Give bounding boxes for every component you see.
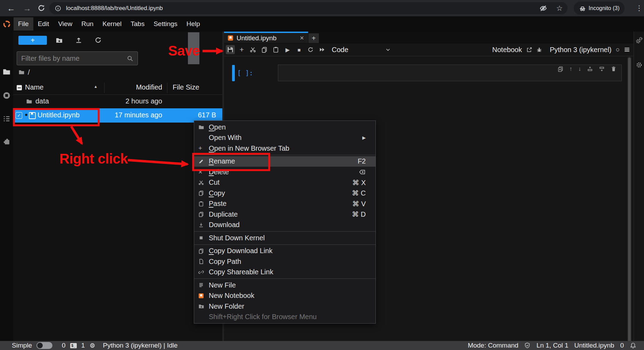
column-name[interactable]: Name (25, 83, 43, 91)
right-sidebar (634, 32, 644, 341)
refresh-button-icon[interactable] (94, 36, 102, 44)
browser-reload-icon[interactable] (38, 4, 45, 12)
menu-help[interactable]: Help (182, 17, 205, 31)
property-inspector-gears-icon[interactable] (635, 36, 643, 44)
context-menu-item-label: Copy (209, 189, 352, 197)
context-menu-item-copy[interactable]: Copy⌘ C (194, 188, 375, 199)
upload-button-icon[interactable] (75, 36, 82, 44)
breadcrumb-root[interactable]: / (28, 68, 30, 76)
context-menu-item-download[interactable]: Download (194, 220, 375, 231)
context-menu-item-new-file[interactable]: New File (194, 280, 375, 291)
paste-cells-button[interactable] (271, 45, 280, 54)
simple-mode-toggle[interactable] (36, 342, 52, 349)
context-menu-item-rename[interactable]: RenameF2 (194, 156, 375, 167)
move-cell-up-icon[interactable]: ↑ (569, 66, 572, 72)
filter-files-input[interactable]: Filter files by name (17, 51, 138, 65)
run-cell-button[interactable]: ▶ (283, 45, 292, 54)
browser-forward-icon[interactable]: → (23, 0, 31, 16)
new-folder-button-icon[interactable] (56, 37, 63, 44)
context-menu-item-new-folder[interactable]: New Folder (194, 301, 375, 312)
file-browser-tab-icon[interactable] (2, 68, 11, 76)
panel-splitter-handle[interactable] (188, 32, 199, 64)
context-menu-item-copy-download-link[interactable]: Copy Download Link (194, 246, 375, 257)
context-menu-item-duplicate[interactable]: Duplicate⌘ D (194, 209, 375, 220)
file-row-untitled-ipynb[interactable]: ✓ ● Untitled.ipynb 17 minutes ago 617 B (13, 108, 222, 123)
restart-kernel-button[interactable] (306, 45, 315, 54)
cut-cells-button[interactable] (248, 45, 257, 54)
notebook-scrollbar-thumb[interactable] (628, 58, 631, 350)
kernel-status-circle-icon[interactable]: ○ (616, 46, 620, 53)
site-info-icon[interactable] (55, 5, 61, 11)
save-button[interactable] (226, 45, 235, 54)
column-modified[interactable]: Modified (114, 83, 162, 91)
menu-settings[interactable]: Settings (149, 17, 182, 31)
context-menu-item-copy-shareable-link[interactable]: Copy Shareable Link (194, 267, 375, 278)
context-menu-item-copy-path[interactable]: Copy Path (194, 256, 375, 267)
status-bar: Simple 0 $_ 1 Python 3 (ipykernel) | Idl… (0, 341, 644, 350)
context-menu-item-open[interactable]: Open (194, 122, 375, 133)
file-list-header[interactable]: Name ▲ Modified File Size (13, 82, 222, 95)
breadcrumb[interactable]: / (18, 68, 30, 76)
duplicate-cell-icon[interactable] (558, 66, 563, 72)
menu-edit[interactable]: Edit (33, 17, 54, 31)
insert-cell-below-icon[interactable] (599, 66, 605, 72)
context-menu-item-open-with[interactable]: Open With▶ (194, 133, 375, 143)
context-menu-item-open-in-new-browser-tab[interactable]: +Open in New Browser Tab (194, 143, 375, 154)
menu-kernel[interactable]: Kernel (98, 17, 126, 31)
extensions-tab-icon[interactable] (2, 138, 11, 146)
context-menu-item-delete[interactable]: ×Delete (194, 167, 375, 177)
column-size[interactable]: File Size (173, 83, 199, 91)
context-menu-item-label: Shift+Right Click for Browser Menu (209, 313, 366, 321)
context-menu-item-shut-down-kernel[interactable]: Shut Down Kernel (194, 233, 375, 243)
notifications-count[interactable]: 0 (620, 342, 624, 349)
insert-cell-button[interactable]: + (237, 45, 246, 54)
password-eye-off-icon[interactable] (539, 5, 547, 12)
new-launcher-button[interactable]: + (18, 36, 47, 45)
address-bar[interactable]: localhost:8888/lab/tree/Untitled.ipynb ☆ (49, 2, 568, 14)
delete-cell-icon[interactable] (611, 66, 617, 72)
move-cell-down-icon[interactable]: ↓ (578, 66, 581, 72)
kernel-status-text[interactable]: Python 3 (ipykernel) | Idle (103, 342, 177, 349)
context-menu-separator (194, 244, 375, 245)
tab-untitled-ipynb[interactable]: Untitled.ipynb × (224, 32, 308, 43)
new-tab-button[interactable]: + (308, 33, 319, 43)
tab-close-icon[interactable]: × (300, 34, 308, 42)
context-menu-item-label: Copy Download Link (209, 247, 366, 255)
browser-menu-dots-icon[interactable]: ⋮ (636, 0, 643, 16)
cell-input-editor[interactable]: ↑ ↓ (278, 65, 622, 81)
external-link-icon (526, 47, 532, 53)
menu-file[interactable]: File (14, 17, 33, 31)
kernels-count[interactable]: 1 (81, 342, 85, 349)
kernel-name[interactable]: Python 3 (ipykernel) (550, 46, 612, 54)
terminals-count[interactable]: 0 (62, 342, 66, 349)
interrupt-kernel-button[interactable]: ■ (295, 45, 304, 54)
bookmark-star-icon[interactable]: ☆ (556, 5, 563, 12)
context-menu-item-new-notebook[interactable]: New Notebook (194, 291, 375, 301)
file-row-data[interactable]: data 2 hours ago (13, 94, 222, 108)
url-text[interactable]: localhost:8888/lab/tree/Untitled.ipynb (66, 5, 163, 12)
running-kernels-tab-icon[interactable] (2, 91, 11, 100)
browser-back-icon[interactable]: ← (7, 0, 15, 16)
restart-run-all-button[interactable] (317, 45, 327, 54)
kernel-running-dot: ● (25, 111, 28, 117)
insert-cell-above-icon[interactable] (587, 66, 593, 72)
menu-view[interactable]: View (53, 17, 77, 31)
copy-cells-button[interactable] (260, 45, 269, 54)
table-of-contents-tab-icon[interactable] (2, 115, 11, 123)
context-menu-item-paste[interactable]: Paste⌘ V (194, 199, 375, 209)
cell-type-dropdown[interactable]: Code (332, 43, 391, 56)
row-checkbox[interactable]: ✓ (16, 112, 22, 119)
settings-gear-icon[interactable] (636, 61, 643, 68)
dock-tab-bar: Untitled.ipynb × + (224, 32, 634, 44)
mode-indicator[interactable]: Mode: Command (468, 342, 519, 349)
context-menu-item-cut[interactable]: Cut⌘ X (194, 177, 375, 188)
incognito-badge[interactable]: Incognito (3) (574, 2, 625, 15)
menu-tabs[interactable]: Tabs (126, 17, 149, 31)
notifications-bell-icon[interactable] (630, 342, 636, 349)
context-menu-item-label: Open in New Browser Tab (209, 144, 366, 152)
select-all-checkbox[interactable] (17, 85, 22, 90)
menu-run[interactable]: Run (77, 17, 98, 31)
cursor-position[interactable]: Ln 1, Col 1 (536, 342, 568, 349)
cell-collapser[interactable] (232, 65, 235, 81)
trust-shield-icon[interactable] (524, 342, 530, 349)
